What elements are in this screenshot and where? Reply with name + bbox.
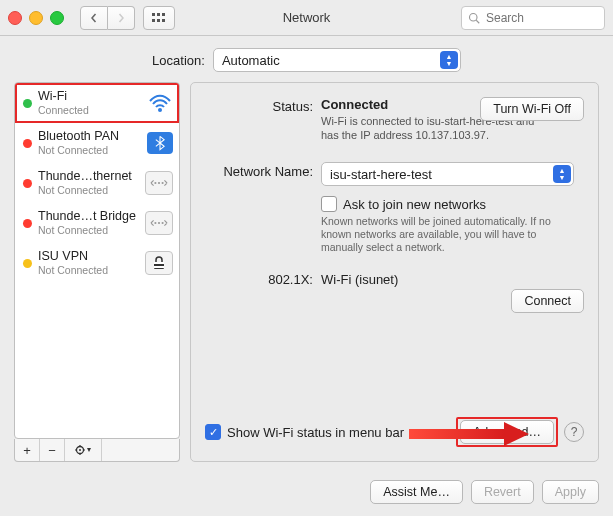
- svg-point-6: [470, 13, 478, 21]
- details-panel: Status: Connected Wi-Fi is connected to …: [190, 82, 599, 462]
- network-name-label: Network Name:: [205, 162, 321, 179]
- sidebar-item-status: Not Connected: [38, 143, 141, 157]
- network-window: Network Location: Automatic ▲▼ Wi-Fi Con…: [0, 0, 613, 516]
- status-dot-icon: [23, 219, 32, 228]
- advanced-highlight: Advanced…: [456, 417, 558, 447]
- status-dot-icon: [23, 99, 32, 108]
- svg-rect-3: [152, 19, 155, 22]
- minimize-window-button[interactable]: [29, 11, 43, 25]
- search-input[interactable]: [484, 10, 578, 26]
- status-row: Status: Connected Wi-Fi is connected to …: [205, 97, 584, 142]
- svg-point-19: [79, 449, 81, 451]
- up-down-arrows-icon: ▲▼: [553, 165, 571, 183]
- svg-point-9: [154, 182, 156, 184]
- assist-me-button[interactable]: Assist Me…: [370, 480, 463, 504]
- main-content: Wi-Fi Connected Bluetooth PAN Not Connec…: [0, 82, 613, 472]
- sidebar-item-name: Bluetooth PAN: [38, 129, 141, 143]
- grid-icon: [152, 13, 166, 23]
- ethernet-icon: [145, 171, 173, 195]
- sidebar-item-name: Thunde…t Bridge: [38, 209, 139, 223]
- sidebar: Wi-Fi Connected Bluetooth PAN Not Connec…: [14, 82, 180, 462]
- 8021x-value: Wi-Fi (isunet): [321, 270, 584, 287]
- svg-rect-17: [154, 266, 164, 268]
- bluetooth-icon: [147, 132, 173, 154]
- bridge-icon: [145, 211, 173, 235]
- footer-buttons: Assist Me… Revert Apply: [0, 472, 613, 516]
- details-area: Status: Connected Wi-Fi is connected to …: [190, 82, 599, 462]
- chevron-left-icon: [89, 13, 99, 23]
- sidebar-item-status: Not Connected: [38, 183, 139, 197]
- nav-buttons: [80, 6, 135, 30]
- back-button[interactable]: [80, 6, 108, 30]
- sidebar-item-text: Thunde…thernet Not Connected: [38, 169, 139, 197]
- 8021x-label: 802.1X:: [205, 270, 321, 287]
- svg-rect-4: [157, 19, 160, 22]
- svg-rect-16: [154, 262, 164, 264]
- interface-actions-button[interactable]: [65, 439, 102, 461]
- 8021x-row: 802.1X: Wi-Fi (isunet) Connect: [205, 270, 584, 287]
- ask-join-checkbox[interactable]: [321, 196, 337, 212]
- search-field[interactable]: [461, 6, 605, 30]
- search-icon: [468, 12, 480, 24]
- sidebar-item-text: ISU VPN Not Connected: [38, 249, 139, 277]
- status-dot-icon: [23, 139, 32, 148]
- close-window-button[interactable]: [8, 11, 22, 25]
- network-name-select[interactable]: isu-start-here-test ▲▼: [321, 162, 574, 186]
- turn-wifi-off-button[interactable]: Turn Wi-Fi Off: [480, 97, 584, 121]
- svg-point-11: [162, 182, 164, 184]
- network-name-row: Network Name: isu-start-here-test ▲▼ Ask…: [205, 162, 584, 254]
- sidebar-item-wifi[interactable]: Wi-Fi Connected: [15, 83, 179, 123]
- add-interface-button[interactable]: +: [15, 439, 40, 461]
- location-label: Location:: [152, 53, 205, 68]
- bottom-row: ✓ Show Wi-Fi status in menu bar Advanced…: [205, 417, 584, 447]
- sidebar-item-thunderbolt-bridge[interactable]: Thunde…t Bridge Not Connected: [15, 203, 179, 243]
- ask-join-row: Ask to join new networks: [321, 196, 584, 212]
- sidebar-item-text: Wi-Fi Connected: [38, 89, 141, 117]
- sidebar-item-name: ISU VPN: [38, 249, 139, 263]
- interface-list: Wi-Fi Connected Bluetooth PAN Not Connec…: [14, 82, 180, 439]
- sidebar-item-bluetooth-pan[interactable]: Bluetooth PAN Not Connected: [15, 123, 179, 163]
- forward-button[interactable]: [108, 6, 135, 30]
- network-name-value: isu-start-here-test: [330, 167, 432, 182]
- sidebar-item-thunderbolt-ethernet[interactable]: Thunde…thernet Not Connected: [15, 163, 179, 203]
- traffic-lights: [8, 11, 64, 25]
- ask-join-label: Ask to join new networks: [343, 197, 486, 212]
- ask-join-help: Known networks will be joined automatica…: [321, 215, 571, 254]
- svg-rect-2: [162, 13, 165, 16]
- sidebar-item-text: Thunde…t Bridge Not Connected: [38, 209, 139, 237]
- revert-button[interactable]: Revert: [471, 480, 534, 504]
- sidebar-toolbar: + −: [14, 439, 180, 462]
- sidebar-item-text: Bluetooth PAN Not Connected: [38, 129, 141, 157]
- show-all-button[interactable]: [143, 6, 175, 30]
- help-button[interactable]: ?: [564, 422, 584, 442]
- status-dot-icon: [23, 259, 32, 268]
- location-row: Location: Automatic ▲▼: [0, 36, 613, 82]
- advanced-button[interactable]: Advanced…: [460, 420, 554, 444]
- connect-button[interactable]: Connect: [511, 289, 584, 313]
- svg-rect-1: [157, 13, 160, 16]
- svg-rect-5: [162, 19, 165, 22]
- svg-point-12: [154, 222, 156, 224]
- location-value: Automatic: [222, 53, 280, 68]
- svg-point-14: [162, 222, 164, 224]
- show-status-label: Show Wi-Fi status in menu bar: [227, 425, 404, 440]
- status-dot-icon: [23, 179, 32, 188]
- show-status-row: ✓ Show Wi-Fi status in menu bar: [205, 424, 404, 440]
- sidebar-item-status: Not Connected: [38, 263, 139, 277]
- vpn-lock-icon: [145, 251, 173, 275]
- up-down-arrows-icon: ▲▼: [440, 51, 458, 69]
- apply-button[interactable]: Apply: [542, 480, 599, 504]
- zoom-window-button[interactable]: [50, 11, 64, 25]
- location-select[interactable]: Automatic ▲▼: [213, 48, 461, 72]
- gear-icon: [74, 444, 92, 456]
- svg-point-8: [158, 108, 162, 112]
- svg-point-10: [158, 182, 160, 184]
- remove-interface-button[interactable]: −: [40, 439, 65, 461]
- sidebar-item-status: Connected: [38, 103, 141, 117]
- show-status-checkbox[interactable]: ✓: [205, 424, 221, 440]
- svg-point-13: [158, 222, 160, 224]
- sidebar-item-status: Not Connected: [38, 223, 139, 237]
- sidebar-item-isu-vpn[interactable]: ISU VPN Not Connected: [15, 243, 179, 283]
- network-name-value-block: isu-start-here-test ▲▼ Ask to join new n…: [321, 162, 584, 254]
- titlebar: Network: [0, 0, 613, 36]
